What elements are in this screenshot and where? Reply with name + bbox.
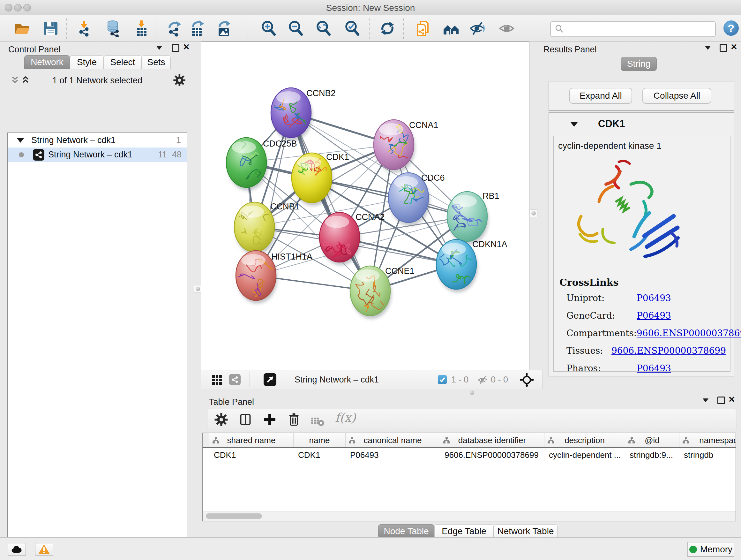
right-splitter-handle[interactable] — [530, 209, 537, 217]
search-input[interactable] — [567, 24, 715, 35]
tab-network[interactable]: Network — [24, 55, 70, 69]
table-cell[interactable]: 9606.ENSP00000378699 — [440, 448, 544, 462]
tab-edge-table[interactable]: Edge Table — [434, 524, 494, 538]
column-header-canonical-name[interactable]: canonical name — [346, 433, 440, 447]
table-cell[interactable]: stringdb:9... — [625, 448, 679, 462]
network-graph[interactable]: CCNB2CCNA1CDC25BCDK1CDC6RB1CCNB1CCNA2CDK… — [201, 42, 530, 370]
column-header--id[interactable]: @id — [625, 433, 679, 447]
network-canvas[interactable]: CCNB2CCNA1CDC25BCDK1CDC6RB1CCNB1CCNA2CDK… — [201, 42, 529, 370]
zoom-selected-icon[interactable] — [343, 20, 360, 37]
refresh-icon[interactable] — [379, 20, 396, 37]
column-header-database-identifier[interactable]: database identifier — [440, 433, 544, 447]
network-node-CCNB1[interactable]: CCNB1 — [234, 202, 300, 255]
crosslink-label: Compartments: — [566, 328, 636, 338]
collapse-panel-icon[interactable] — [156, 46, 162, 50]
export-image-icon[interactable] — [215, 20, 232, 37]
zoom-in-icon[interactable] — [260, 20, 277, 37]
warnings-button[interactable] — [35, 543, 53, 556]
cloud-icon — [10, 544, 23, 555]
network-node-RB1[interactable]: RB1 — [446, 191, 499, 245]
crosslink-link[interactable]: P06493 — [636, 293, 671, 303]
show-columns-icon[interactable] — [238, 412, 253, 427]
network-collection-row[interactable]: String Network – cdk1 1 — [8, 133, 187, 147]
import-network-from-database-icon[interactable] — [105, 20, 122, 37]
crosslink-link[interactable]: P06493 — [636, 310, 671, 321]
network-node-CDC6[interactable]: CDC6 — [388, 173, 445, 226]
table-horizontal-scrollbar[interactable] — [203, 511, 736, 521]
export-table-icon[interactable] — [189, 20, 206, 37]
table-cell[interactable]: cyclin-dependent ... — [544, 448, 625, 462]
selected-checkbox-icon[interactable] — [438, 375, 447, 384]
collapse-all-button[interactable]: Collapse All — [643, 88, 711, 104]
table-options-gear-icon[interactable] — [214, 412, 228, 427]
table-cell[interactable]: CDK1 — [209, 448, 293, 462]
network-node-CCNE1[interactable]: CCNE1 — [350, 266, 414, 319]
network-node-CCNA1[interactable]: CCNA1 — [374, 120, 439, 173]
cloud-button[interactable] — [8, 543, 26, 556]
float-panel-icon[interactable] — [720, 44, 727, 52]
table-cell[interactable]: stringdb — [679, 448, 736, 462]
tab-select[interactable]: Select — [104, 55, 142, 69]
float-panel-icon[interactable] — [172, 44, 179, 52]
close-panel-icon[interactable]: ✕ — [183, 44, 190, 50]
add-column-icon[interactable] — [262, 412, 277, 427]
expand-all-button[interactable]: Expand All — [569, 88, 632, 104]
close-panel-icon[interactable]: ✕ — [728, 396, 735, 402]
table-cell[interactable]: CDK1 — [293, 448, 346, 462]
network-node-HIST1H1A[interactable]: HIST1H1A — [235, 251, 313, 304]
gene-section-caret-icon[interactable] — [570, 122, 578, 127]
network-node-CDC25B[interactable]: CDC25B — [226, 134, 297, 191]
grid-view-icon[interactable] — [212, 375, 222, 385]
collapse-panel-icon[interactable] — [705, 46, 711, 50]
column-header-description[interactable]: description — [544, 433, 625, 447]
tab-sets[interactable]: Sets — [142, 55, 171, 69]
crosslink-link[interactable]: 9606.ENSP00000378699 — [636, 328, 741, 338]
fit-content-crosshair-icon[interactable] — [520, 373, 534, 387]
zoom-fit-icon[interactable] — [315, 20, 332, 37]
column-header-shared-name[interactable]: shared name — [209, 433, 293, 447]
tab-style[interactable]: Style — [70, 55, 104, 69]
import-table-from-file-icon[interactable] — [133, 20, 150, 37]
show-all-eye-icon[interactable] — [498, 20, 516, 37]
column-header-namespace[interactable]: namespace — [679, 433, 736, 447]
collection-caret-icon[interactable] — [17, 138, 24, 143]
delete-column-icon[interactable] — [286, 412, 301, 427]
network-edge[interactable] — [256, 216, 467, 275]
network-row-selected[interactable]: String Network – cdk1 11 48 — [8, 147, 187, 162]
hidden-eye-slash-icon[interactable] — [477, 374, 488, 385]
crosslink-link[interactable]: 9606.ENSP00000378699 — [611, 346, 726, 356]
export-network-icon[interactable] — [165, 20, 183, 37]
horizontal-splitter-handle[interactable] — [470, 390, 474, 395]
save-session-icon[interactable] — [42, 20, 59, 37]
tab-string[interactable]: String — [621, 57, 657, 71]
column-header-name[interactable]: name — [293, 433, 346, 447]
tab-network-table[interactable]: Network Table — [494, 524, 557, 538]
function-builder-icon[interactable]: f(x) — [335, 411, 356, 425]
birdseye-view-icon[interactable] — [264, 373, 276, 386]
collection-label: String Network – cdk1 — [31, 135, 116, 145]
delete-table-icon[interactable] — [310, 414, 325, 428]
import-network-from-file-icon[interactable] — [75, 20, 92, 37]
table-cell[interactable]: P06493 — [346, 448, 440, 462]
network-node-CCNB2[interactable]: CCNB2 — [271, 88, 336, 141]
tab-node-table[interactable]: Node Table — [378, 524, 434, 538]
help-icon[interactable]: ? — [724, 20, 739, 36]
scrollbar-thumb[interactable] — [206, 513, 262, 519]
zoom-out-icon[interactable] — [287, 20, 304, 37]
collapse-panel-icon[interactable] — [703, 398, 709, 402]
close-panel-icon[interactable]: ✕ — [731, 44, 738, 50]
network-node-CDKN1A[interactable]: CDKN1A — [436, 240, 508, 293]
crosslink-link[interactable]: P06493 — [636, 363, 671, 374]
copy-document-icon[interactable] — [414, 20, 432, 37]
float-panel-icon[interactable] — [718, 396, 725, 404]
node-table[interactable]: shared namenamecanonical namedatabase id… — [202, 433, 736, 521]
hide-selected-eye-slash-icon[interactable] — [469, 20, 486, 37]
memory-button[interactable]: Memory — [687, 542, 734, 557]
network-options-gear-icon[interactable] — [173, 73, 186, 87]
network-node-CDK1[interactable]: CDK1 — [292, 150, 349, 206]
share-view-icon[interactable] — [229, 374, 241, 385]
current-network-title: String Network – cdk1 — [294, 375, 379, 385]
network-node-CCNA2[interactable]: CCNA2 — [320, 212, 385, 265]
string-home-icon[interactable] — [443, 20, 460, 37]
open-session-icon[interactable] — [13, 20, 30, 37]
